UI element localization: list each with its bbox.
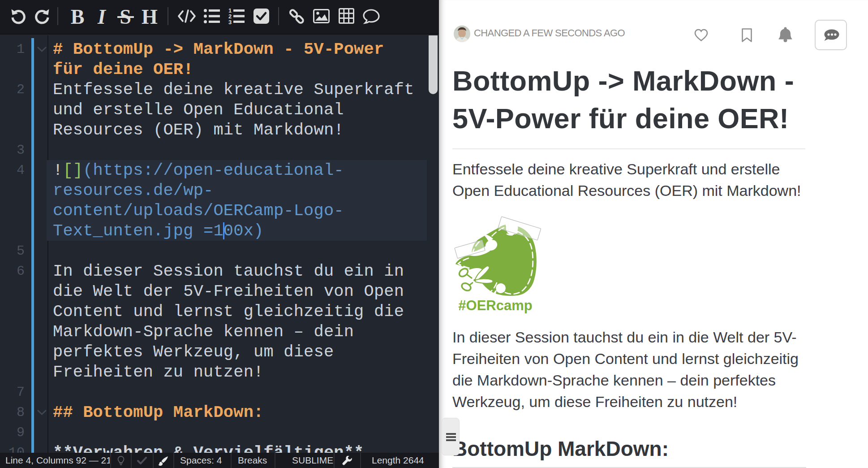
svg-text:3: 3 [228, 19, 232, 25]
svg-text:#OERcamp: #OERcamp [458, 298, 532, 313]
